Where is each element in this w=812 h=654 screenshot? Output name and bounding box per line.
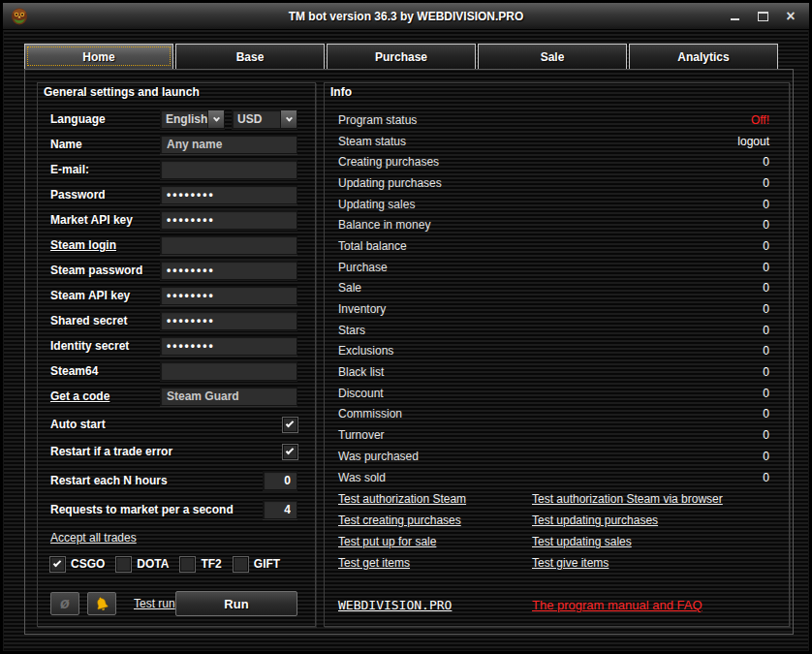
maximize-button[interactable] [756,9,769,24]
tab[interactable]: Home [24,44,173,69]
test-run-link[interactable]: Test run [134,597,175,610]
close-button[interactable]: × [784,9,797,24]
info-row: Was sold 0 [338,467,769,488]
sound-notification-button[interactable] [87,592,116,615]
test-link[interactable]: Test authorization Steam [338,492,466,506]
eye-slash-icon: ø [60,596,70,611]
get-a-code-link[interactable]: Get a code [50,389,109,403]
info-panel: Program status Off! Steam status logout … [325,83,789,626]
steam64-input[interactable] [160,361,297,381]
currency-dropdown-button[interactable] [280,110,297,128]
info-row: Purchase 0 [338,257,769,278]
info-row-value: 0 [763,324,769,337]
info-row: Steam status logout [338,131,769,152]
info-row-value: 0 [763,471,769,484]
steam64-row: Steam64 [50,358,297,384]
currency-selected-value: USD [233,112,280,126]
info-group: Info Program status Off! Steam status lo… [324,82,790,627]
maximize-icon [758,12,768,21]
email-label: E-mail: [50,163,89,176]
accept-all-trades-row: Accept all trades [50,528,297,547]
game-label: GIFT [254,557,280,571]
password-row: Password [50,182,297,207]
chevron-down-icon [285,114,292,121]
info-row: Commission 0 [338,404,769,425]
market-api-key-field[interactable] [160,210,297,230]
language-select[interactable]: English [160,109,225,129]
info-row-value: 0 [763,302,769,316]
restart-trade-error-row: Restart if a trade error [50,439,297,464]
info-row-value: 0 [763,218,769,232]
manual-faq-link[interactable]: The program manual and FAQ [532,598,703,612]
info-row-label: Total balance [338,239,407,253]
test-link[interactable]: Test updating purchases [532,514,658,527]
minimize-button[interactable] [728,9,741,24]
info-row-label: Updating sales [338,198,415,211]
tab-bar: Home Base Purchase Sale Analytics [24,44,778,69]
steam-password-label: Steam password [50,264,142,277]
game-option: GIFT [234,557,280,572]
password-field[interactable] [160,185,297,204]
info-row: Balance in money 0 [338,214,769,235]
accept-all-trades-link[interactable]: Accept all trades [50,531,137,545]
info-row-label: Purchase [338,261,388,274]
test-link[interactable]: Test put up for sale [338,535,436,548]
app-window: TM bot version 36.3 by WEBDIVISION.PRO ×… [0,0,812,654]
test-link[interactable]: Test updating sales [532,535,632,548]
test-link[interactable]: Test authorization Steam via browser [532,492,723,506]
game-checkbox[interactable] [234,557,248,572]
name-input[interactable] [160,135,297,154]
tab[interactable]: Analytics [629,44,778,69]
hide-passwords-button[interactable]: ø [50,592,79,615]
launch-button-row: ø Test run Run [50,591,297,616]
restart-hours-input[interactable] [263,471,297,490]
steam-api-key-field[interactable] [160,286,297,305]
game-checkbox[interactable] [116,557,131,572]
steam-login-link[interactable]: Steam login [50,238,116,252]
identity-secret-row: Identity secret [50,333,297,358]
checkmark-icon [286,446,294,453]
steam-password-field[interactable] [160,261,297,280]
tab[interactable]: Purchase [327,44,476,69]
steam-api-key-label: Steam API key [50,289,130,302]
test-link[interactable]: Test get items [338,556,410,570]
info-row-value: 0 [763,155,769,169]
identity-secret-field[interactable] [160,336,297,356]
bell-icon [92,594,111,613]
info-row: Sale 0 [338,278,769,299]
game-checkbox[interactable] [50,557,65,572]
currency-select[interactable]: USD [232,109,297,129]
info-row-label: Turnover [338,428,385,442]
test-link-row: Test authorization Steam Test authorizat… [338,487,769,509]
requests-per-second-input[interactable] [263,500,297,519]
info-row-label: Program status [338,113,417,127]
shared-secret-label: Shared secret [50,314,127,327]
game-checkbox[interactable] [180,557,195,572]
restart-trade-error-checkbox[interactable] [283,445,297,459]
steam-guard-code-input[interactable] [160,387,297,406]
run-button[interactable]: Run [175,591,297,616]
tab[interactable]: Base [175,44,325,69]
restart-trade-error-label: Restart if a trade error [50,445,172,458]
tab[interactable]: Sale [478,44,627,69]
webdivision-link[interactable]: WEBDIVISION.PRO [338,598,452,612]
test-link[interactable]: Test creating purchases [338,514,461,527]
chevron-down-icon [213,114,220,121]
identity-secret-label: Identity secret [50,339,129,353]
auto-start-checkbox[interactable] [283,418,297,432]
email-field[interactable] [160,160,297,179]
auto-start-label: Auto start [50,418,106,431]
shared-secret-field[interactable] [160,311,297,330]
info-row-label: Discount [338,387,384,400]
game-label: CSGO [71,557,105,571]
steam-login-input[interactable] [160,235,297,255]
info-row: Was purchased 0 [338,446,769,467]
test-link[interactable]: Test give items [532,556,609,570]
game-label: DOTA [137,557,169,571]
titlebar: TM bot version 36.3 by WEBDIVISION.PRO × [3,3,809,30]
info-row: Updating purchases 0 [338,172,769,194]
info-row: Creating purchases 0 [338,151,769,172]
language-dropdown-button[interactable] [207,110,224,128]
get-a-code-row: Get a code [50,384,297,409]
language-row: Language English USD [50,107,297,132]
